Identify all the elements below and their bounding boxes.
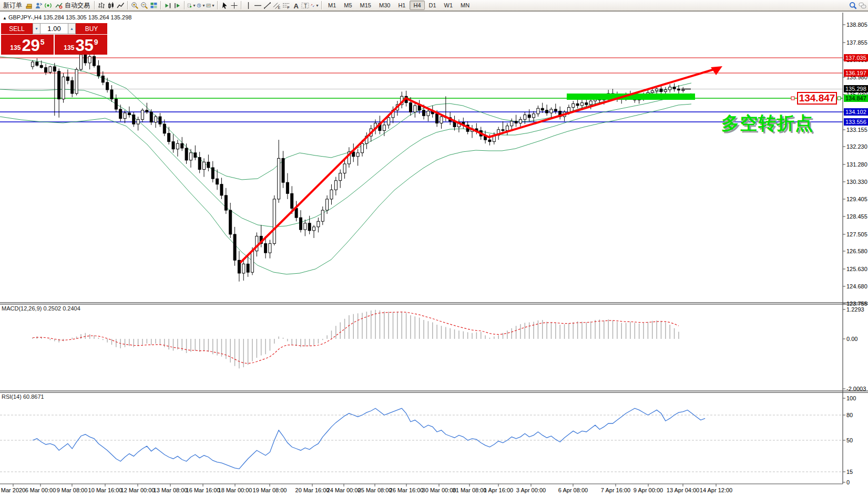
- candle-body: [71, 80, 74, 94]
- new-order-button[interactable]: 新订单: [1, 1, 24, 11]
- sell-button[interactable]: SELL: [1, 23, 33, 34]
- buy-price-pip: 9: [94, 38, 98, 46]
- candle-body: [62, 77, 65, 99]
- sell-price-pip: 5: [40, 38, 45, 46]
- equidistant-channel-icon[interactable]: E: [272, 1, 281, 10]
- cursor-icon[interactable]: [220, 1, 229, 10]
- candle-body: [101, 76, 104, 82]
- timeframe-button-w1[interactable]: W1: [441, 1, 457, 10]
- auto-scroll-icon-glyph: [164, 2, 172, 9]
- indicators-icon-dropdown-arrow[interactable]: ▼: [192, 4, 196, 7]
- text-label-icon-glyph: T: [301, 2, 309, 9]
- fibonacci-icon[interactable]: F: [282, 1, 291, 10]
- text-label-icon[interactable]: T: [301, 1, 310, 10]
- gold-bars-icon[interactable]: [25, 1, 34, 10]
- search-icon-glyph: [849, 2, 857, 9]
- chat-icon[interactable]: [858, 1, 867, 10]
- chart-shift-icon[interactable]: [173, 1, 182, 10]
- auto-trading-button-label: 自动交易: [65, 1, 90, 10]
- timeframe-button-m30[interactable]: M30: [375, 1, 394, 10]
- candle-body: [203, 162, 206, 169]
- candle-body: [168, 133, 170, 142]
- toolbar: 新订单自动交易▼▼▼EFAT▼M1M5M15M30H1H4D1W1MN: [0, 0, 868, 12]
- time-axis-label: 14 Apr 12:00: [700, 487, 732, 493]
- macd-tick-label: -2.0003: [846, 386, 866, 392]
- trendline-icon-glyph: [263, 2, 271, 9]
- candle-body: [651, 91, 653, 93]
- price-tick-label: 137.855: [846, 39, 867, 46]
- candle-body: [75, 69, 78, 94]
- indicators-icon[interactable]: ▼: [187, 1, 196, 10]
- buy-price[interactable]: 135 35 9: [55, 35, 107, 55]
- templates-icon[interactable]: ▼: [206, 1, 215, 10]
- timeframe-button-d1[interactable]: D1: [425, 1, 440, 10]
- search-icon[interactable]: [849, 1, 857, 10]
- candlestick-chart-icon-glyph: [107, 2, 115, 9]
- timeframe-button-h4[interactable]: H4: [410, 1, 424, 10]
- gold-bars-icon-glyph: [25, 2, 33, 9]
- candle-body: [330, 190, 333, 199]
- trendline-icon[interactable]: [263, 1, 272, 10]
- candle-body: [49, 67, 52, 73]
- bar-chart-icon[interactable]: [97, 1, 106, 10]
- volume-input[interactable]: 1.00: [40, 23, 68, 34]
- vertical-line-icon-glyph: [244, 2, 252, 9]
- text-icon[interactable]: A: [291, 1, 300, 10]
- bar-chart-icon-glyph: [98, 2, 106, 9]
- zoom-out-icon[interactable]: [140, 1, 149, 10]
- tile-windows-icon[interactable]: [149, 1, 158, 10]
- arrows-icon[interactable]: ▼: [310, 1, 319, 10]
- rsi-tick-label: 50: [846, 437, 853, 444]
- auto-scroll-icon[interactable]: [164, 1, 172, 10]
- price-line-chip: 133.556: [844, 118, 868, 126]
- candle-body: [361, 143, 364, 153]
- candle-body: [207, 162, 210, 168]
- candle-body: [32, 62, 34, 67]
- macd-tick-label: 1.2293: [846, 306, 864, 313]
- price-tick-label: 130.330: [846, 179, 867, 185]
- volume-down-button[interactable]: ▼: [33, 23, 40, 34]
- candle-body: [334, 181, 337, 190]
- timeframe-button-m5[interactable]: M5: [340, 1, 355, 10]
- volume-up-button[interactable]: ▲: [68, 23, 76, 34]
- rsi-line: [33, 408, 705, 469]
- time-axis-label: 24 Mar 00:00: [327, 487, 361, 493]
- candlestick-chart-icon[interactable]: [107, 1, 116, 10]
- timeframe-button-m1[interactable]: M1: [324, 1, 340, 10]
- candle-body: [119, 109, 122, 119]
- templates-icon-dropdown-arrow[interactable]: ▼: [211, 4, 215, 7]
- price-line-chip: 137.035: [844, 54, 868, 61]
- vertical-line-icon[interactable]: [244, 1, 253, 10]
- periods-icon[interactable]: ▼: [197, 1, 206, 10]
- periods-icon-dropdown-arrow[interactable]: ▼: [202, 4, 206, 7]
- horizontal-line-icon[interactable]: [253, 1, 262, 10]
- zoom-out-icon-glyph: [140, 2, 148, 9]
- candle-body: [146, 110, 148, 112]
- chart-canvas[interactable]: [0, 0, 868, 497]
- candle-body: [172, 142, 175, 149]
- candle-body: [97, 66, 100, 76]
- time-axis-label: 18 Mar 00:00: [218, 487, 252, 493]
- crosshair-icon[interactable]: [230, 1, 239, 10]
- candle-body: [132, 115, 135, 125]
- auto-trading-button[interactable]: 自动交易: [53, 1, 92, 11]
- turning-point-annotation[interactable]: 多空转折点: [721, 111, 813, 136]
- buy-button[interactable]: BUY: [76, 23, 107, 34]
- candle-body: [242, 264, 245, 273]
- line-chart-icon[interactable]: [116, 1, 125, 10]
- zoom-in-icon[interactable]: [130, 1, 139, 10]
- toolbar-separator: [321, 1, 322, 9]
- price-callout-134847[interactable]: 134.847: [797, 92, 837, 105]
- timeframe-button-h1[interactable]: H1: [394, 1, 409, 10]
- signal-icon[interactable]: [44, 1, 53, 10]
- symbol-ohlc-bar: ▲GBPJPY-,H4 135.284 135.305 135.264 135.…: [3, 14, 131, 20]
- market-watch-icon[interactable]: [34, 1, 43, 10]
- candle-body: [269, 244, 271, 253]
- timeframe-button-m15[interactable]: M15: [356, 1, 375, 10]
- arrows-icon-dropdown-arrow[interactable]: ▼: [315, 4, 319, 7]
- timeframe-button-mn[interactable]: MN: [457, 1, 473, 10]
- candle-body: [660, 89, 662, 91]
- time-axis-label: 25 Mar 08:00: [358, 487, 392, 493]
- sell-price[interactable]: 135 29 5: [1, 35, 54, 55]
- candle-body: [163, 124, 166, 133]
